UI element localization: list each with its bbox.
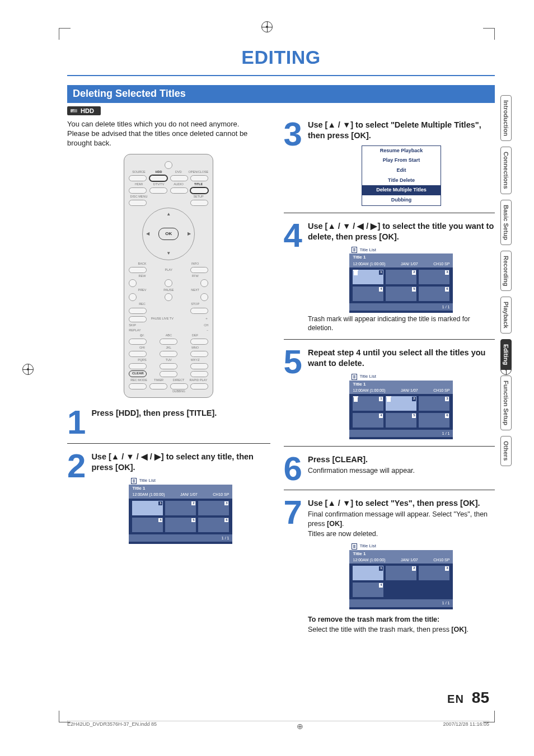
lbl-audio: AUDIO: [168, 182, 189, 186]
step-1-title: Press [HDD], then press [TITLE].: [91, 408, 270, 419]
thumbnail: 4: [353, 287, 383, 301]
menu-item: Dubbing: [362, 195, 441, 205]
side-tab-editing[interactable]: Editing: [500, 339, 512, 370]
step-4: 4 Use [▲ / ▼ / ◀ / ▶] to select the titl…: [284, 221, 495, 340]
step-2-title: Use [▲ / ▼ / ◀ / ▶] to select any title,…: [91, 452, 270, 473]
side-tab-playback[interactable]: Playback: [500, 297, 512, 334]
lbl-pause: PAUSE: [156, 288, 182, 292]
step-3-menu: Resume PlaybackPlay From StartEditTitle …: [362, 145, 441, 206]
lbl-hdmi: HDMI: [129, 182, 149, 186]
btn-stop: [190, 308, 208, 314]
keypad: @/.ABCDEF GHIJKLMNO PQRSTUVWXYZ CLEAR: [129, 334, 208, 377]
side-tab-function-setup[interactable]: Function Setup: [500, 375, 512, 430]
panel-subtitle: Title 1: [129, 485, 232, 491]
btn-discmenu: [129, 200, 147, 206]
intro-line2: Please be advised that the titles once d…: [67, 129, 270, 148]
page-footer: EN 85: [447, 688, 489, 708]
side-tab-connections[interactable]: Connections: [500, 147, 512, 194]
btn-hdd: [149, 175, 167, 181]
step-2-number: 2: [67, 452, 86, 543]
step-6-number: 6: [284, 454, 302, 483]
panel-header: Title List: [129, 477, 232, 485]
step-7: 7 Use [▲ / ▼] to select "Yes", then pres…: [284, 498, 495, 636]
lbl-skip: SKIP: [129, 323, 155, 327]
lbl-source: SOURCE: [129, 170, 148, 174]
step-2: 2 Use [▲ / ▼ / ◀ / ▶] to select any titl…: [67, 452, 270, 546]
lbl-title: TITLE: [189, 182, 209, 186]
thumbnail: 6: [419, 413, 449, 428]
menu-item: Title Delete: [362, 176, 441, 186]
lbl-setup: SETUP: [189, 195, 209, 199]
thumbnail: 3: [419, 396, 449, 411]
lbl-pauselive: PAUSE LIVE TV: [147, 317, 177, 321]
menu-item: Edit: [362, 166, 441, 176]
lbl-dvd: DVD: [168, 170, 188, 174]
document-icon: [352, 543, 357, 550]
arrow-left-icon: ◀: [146, 231, 149, 237]
step-7-sub1: Final confirmation message will appear. …: [308, 510, 495, 528]
step-7-number: 7: [284, 498, 302, 634]
lbl-dubbing: DUBBING: [171, 389, 188, 393]
lbl-back: BACK: [129, 262, 155, 266]
btn-play: [165, 279, 172, 287]
side-tab-introduction[interactable]: Introduction: [500, 95, 512, 141]
title-underline: [67, 75, 495, 76]
remove-note-title: To remove the trash mark from the title:: [308, 615, 495, 624]
thumbnail: 4: [132, 518, 163, 532]
hdd-badge: HDD: [67, 106, 101, 115]
step-3-title: Use [▲ / ▼] to select "Delete Multiple T…: [308, 120, 495, 141]
btn-dvd: [170, 175, 188, 181]
registration-mark-top: [261, 21, 273, 32]
panel-header: Title List: [349, 543, 453, 550]
btn-setup: [190, 200, 208, 206]
lbl-prev: PREV: [129, 288, 155, 292]
thumbnail-grid: 1234: [349, 564, 453, 599]
step-5-title: Repeat step 4 until you select all the t…: [308, 348, 495, 369]
panel-info: 12:00AM (1:00:00)JAN/ 1/07CH10 SP: [349, 557, 453, 564]
lbl-rapid: RAPID PLAY: [189, 378, 209, 382]
menu-item: Delete Multiple Titles: [362, 185, 441, 195]
lbl-timer: TIMER: [149, 378, 169, 382]
lbl-hdd: HDD: [149, 170, 168, 174]
step-3-number: 3: [284, 120, 302, 206]
thumbnail: 5: [386, 287, 416, 301]
btn-open: [190, 175, 208, 181]
power-icon: [165, 161, 172, 169]
thumbnail: 4: [353, 413, 383, 428]
lbl-play: PLAY: [147, 268, 190, 272]
thumbnail: 6: [198, 518, 229, 532]
step-4-number: 4: [284, 221, 302, 332]
step-6-title: Press [CLEAR].: [308, 454, 495, 465]
thumbnail: 4: [353, 583, 383, 597]
panel-footer: 1 / 1: [349, 303, 453, 311]
trash-icon: [354, 271, 358, 275]
btn-title: [190, 187, 208, 194]
panel-footer: 1 / 1: [349, 430, 453, 437]
crop-mark-tr: [483, 28, 495, 40]
side-tab-basic-setup[interactable]: Basic Setup: [500, 200, 512, 245]
thumbnail: 6: [419, 287, 449, 301]
thumbnail-grid: 123456: [349, 394, 453, 430]
side-tab-recording[interactable]: Recording: [500, 251, 512, 291]
side-tabs: IntroductionConnectionsBasic SetupRecord…: [500, 95, 512, 466]
btn-pause: [165, 293, 172, 301]
registration-mark-left: [22, 364, 34, 375]
panel-subtitle: Title 1: [349, 550, 453, 557]
thumbnail: 1: [353, 396, 383, 411]
lbl-ch: CH: [204, 323, 208, 327]
document-icon: [131, 478, 137, 484]
thumbnail: 5: [165, 518, 196, 532]
lbl-stop: STOP: [182, 302, 208, 306]
trash-icon: [387, 397, 391, 402]
btn-next: [200, 293, 208, 301]
lbl-rew: REW: [129, 274, 155, 278]
panel-info: 12:00AM (1:00:00)JAN/ 1/07CH10 SP: [349, 261, 453, 267]
side-tab-others[interactable]: Others: [500, 436, 512, 466]
btn-clear: CLEAR: [129, 370, 147, 377]
lbl-next: NEXT: [182, 288, 208, 292]
btn-source: [129, 175, 147, 181]
lbl-direct: DIRECT: [168, 378, 189, 382]
thumbnail: 2: [386, 566, 416, 580]
btn-audio: [170, 187, 188, 194]
print-date: 2007/12/28 11:16:05: [443, 721, 489, 731]
